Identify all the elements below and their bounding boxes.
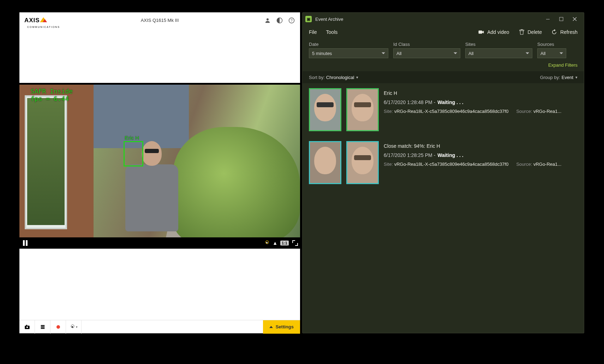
- event-list: Eric H 6/17/2020 1:28:48 PM - Waiting . …: [303, 83, 584, 333]
- maximize-button[interactable]: [556, 14, 567, 24]
- window-title: Event Archive: [315, 17, 343, 22]
- event-row[interactable]: Eric H 6/17/2020 1:28:48 PM - Waiting . …: [309, 88, 578, 131]
- gear-button[interactable]: ▾: [66, 320, 82, 334]
- event-source-key: Source:: [516, 162, 532, 167]
- axis-footer-bar: ▾ Settings: [19, 320, 300, 333]
- app-icon: ▣: [305, 16, 312, 22]
- chevron-up-icon: [269, 326, 273, 328]
- add-video-label: Add video: [487, 29, 509, 35]
- event-status: Waiting . . .: [437, 152, 463, 158]
- menubar: File Tools Add video Delete Refresh: [303, 25, 584, 39]
- fullscreen-icon[interactable]: [292, 240, 298, 246]
- filter-date: Date 5 minutes: [309, 42, 388, 58]
- axis-camera-panel: AXIS COMMUNICATIONS AXIS Q1615 Mk III ?: [19, 12, 300, 333]
- filter-idclass-dropdown[interactable]: All: [393, 48, 460, 58]
- snapshot-button[interactable]: [19, 320, 35, 334]
- event-thumbnail-captured[interactable]: [309, 88, 341, 131]
- user-icon[interactable]: [264, 17, 271, 24]
- filter-sites-label: Sites: [465, 42, 532, 47]
- filter-sites: Sites All: [465, 42, 532, 58]
- svg-point-6: [26, 326, 28, 328]
- svg-rect-13: [560, 17, 563, 21]
- axis-logo-subtext: COMMUNICATIONS: [27, 26, 60, 28]
- settings-toggle[interactable]: Settings: [263, 320, 300, 334]
- event-thumbnail-captured[interactable]: [309, 141, 341, 184]
- event-thumbnail-reference[interactable]: [346, 88, 379, 131]
- axis-logo: AXIS: [24, 17, 47, 24]
- filter-sources-dropdown[interactable]: All: [537, 48, 566, 58]
- expand-filters-link[interactable]: Expand Filters: [303, 60, 584, 71]
- svg-rect-12: [546, 19, 550, 19]
- menu-tools[interactable]: Tools: [326, 29, 338, 35]
- sort-by-value[interactable]: Chronological: [326, 75, 354, 80]
- axis-blank-top: [19, 28, 300, 83]
- group-by-label: Group by:: [540, 75, 560, 80]
- settings-label: Settings: [276, 324, 294, 329]
- video-overlay-stats: SAFR Inside fps = 6.44: [31, 87, 73, 102]
- refresh-label: Refresh: [560, 29, 578, 35]
- pause-button[interactable]: [22, 239, 29, 247]
- filter-row: Date 5 minutes Id Class All Sites All So…: [303, 39, 584, 60]
- stream-settings-icon[interactable]: [264, 240, 270, 247]
- live-video-feed[interactable]: Eric H SAFR Inside fps = 6.44: [19, 85, 300, 237]
- group-by-value[interactable]: Event: [562, 75, 573, 80]
- delete-label: Delete: [528, 29, 542, 35]
- video-controls-bar: ▲ 1:1: [19, 237, 300, 249]
- svg-text:?: ?: [291, 18, 293, 22]
- filter-date-dropdown[interactable]: 5 minutes: [309, 48, 388, 58]
- add-video-button[interactable]: Add video: [478, 29, 509, 35]
- axis-header: AXIS COMMUNICATIONS AXIS Q1615 Mk III ?: [19, 12, 300, 28]
- filter-idclass: Id Class All: [393, 42, 460, 58]
- video-container: Eric H SAFR Inside fps = 6.44 ▲ 1:1: [19, 83, 300, 249]
- event-timestamp: 6/17/2020 1:28:48 PM -: [384, 99, 435, 105]
- filter-date-label: Date: [309, 42, 388, 47]
- event-site-value: vRGo-Rea18L-X-c5a7385c809e46c9a4caca8568…: [394, 162, 509, 167]
- scene-door-glass: [27, 98, 65, 225]
- svg-rect-9: [41, 326, 44, 327]
- event-source-key: Source:: [516, 109, 532, 114]
- event-row[interactable]: Close match: 94%: Eric H 6/17/2020 1:28:…: [309, 141, 578, 184]
- event-title: Close match: 94%: Eric H: [384, 143, 578, 149]
- record-icon: [56, 325, 60, 329]
- event-thumbnail-reference[interactable]: [346, 141, 379, 184]
- face-detection-box: [124, 141, 143, 166]
- window-titlebar[interactable]: ▣ Event Archive: [303, 13, 584, 25]
- event-title: Eric H: [384, 90, 578, 96]
- chevron-down-icon[interactable]: ▾: [575, 75, 578, 80]
- face-detection-label: Eric H: [125, 135, 139, 141]
- help-icon[interactable]: ?: [288, 17, 295, 24]
- storage-button[interactable]: [35, 320, 50, 334]
- camera-model-title: AXIS Q1615 Mk III: [141, 18, 179, 23]
- sort-by-label: Sort by:: [309, 75, 325, 80]
- filter-sources: Sources All: [537, 42, 566, 58]
- svg-rect-10: [41, 328, 44, 329]
- event-timestamp: 6/17/2020 1:28:25 PM -: [384, 152, 435, 158]
- minimize-button[interactable]: [542, 14, 554, 24]
- svg-point-0: [267, 18, 269, 20]
- filter-sites-dropdown[interactable]: All: [465, 48, 532, 58]
- axis-logo-text: AXIS: [24, 17, 40, 24]
- axis-blank-bottom: [19, 249, 300, 320]
- chevron-down-icon[interactable]: ▾: [356, 75, 358, 80]
- event-site-key: Site:: [384, 162, 393, 167]
- contrast-icon[interactable]: [276, 17, 283, 24]
- event-status: Waiting . . .: [437, 99, 463, 105]
- event-source-value: vRGo-Rea1...: [533, 109, 561, 114]
- refresh-button[interactable]: Refresh: [551, 29, 578, 35]
- svg-rect-8: [41, 325, 44, 326]
- zoom-ratio-badge[interactable]: 1:1: [280, 241, 289, 245]
- svg-rect-7: [26, 325, 27, 326]
- event-archive-window: ▣ Event Archive File Tools Add vi: [302, 12, 584, 333]
- scene-foliage: [173, 127, 300, 237]
- close-button[interactable]: [569, 14, 580, 24]
- event-site-value: vRGo-Rea18L-X-c5a7385c809e46c9a4caca8568…: [394, 109, 509, 114]
- record-button[interactable]: [50, 320, 66, 334]
- filter-sources-label: Sources: [537, 42, 566, 47]
- svg-point-4: [266, 242, 268, 243]
- filter-idclass-label: Id Class: [393, 42, 460, 47]
- expand-up-icon[interactable]: ▲: [273, 240, 277, 246]
- delete-button[interactable]: Delete: [519, 29, 542, 35]
- sort-bar: Sort by: Chronological ▾ Group by: Event…: [303, 71, 584, 83]
- menu-file[interactable]: File: [309, 29, 317, 35]
- svg-rect-14: [479, 31, 483, 34]
